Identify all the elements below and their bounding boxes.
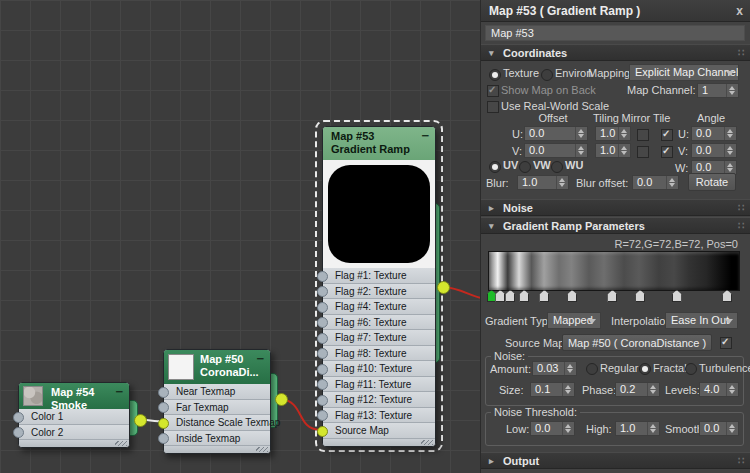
input-socket[interactable] [317,271,328,282]
texture-radio[interactable] [489,69,501,81]
map53-flag-row[interactable]: Flag #6: Texture [323,315,435,331]
minimize-icon[interactable]: − [115,384,123,399]
spinner-arrows-icon[interactable] [724,127,736,140]
gradient-flag[interactable] [519,290,529,302]
input-socket[interactable] [317,410,328,421]
rotate-button[interactable]: Rotate [688,173,736,191]
map50-slot-inside[interactable]: Inside Texmap [164,431,270,447]
spinner-arrows-icon[interactable] [647,422,659,435]
v-mirror-checkbox[interactable] [637,146,649,158]
rollout-noise[interactable]: ▸ Noise ∷ [481,199,750,216]
minimize-icon[interactable]: − [421,128,429,143]
map53-flag-row[interactable]: Flag #11: Texture [323,377,435,393]
input-socket-connected[interactable] [317,426,328,437]
spinner-arrows-icon[interactable] [724,144,736,157]
map-channel-field[interactable]: 1 [697,83,739,98]
environ-radio[interactable] [541,69,553,81]
input-socket[interactable] [317,302,328,313]
u-angle-field[interactable]: 0.0 [691,126,737,141]
blur-offset-field[interactable]: 0.0 [632,175,679,190]
map53-flag-row[interactable]: Flag #10: Texture [323,361,435,377]
spinner-arrows-icon[interactable] [726,422,738,435]
spinner-arrows-icon[interactable] [618,127,630,140]
interpolation-dropdown[interactable]: Ease In Out [665,312,738,329]
spinner-arrows-icon[interactable] [666,176,678,189]
u-mirror-checkbox[interactable] [637,129,649,141]
map53-source-map-row[interactable]: Source Map [323,423,435,439]
minimize-icon[interactable]: − [256,351,264,366]
input-socket[interactable] [317,348,328,359]
size-field[interactable]: 0.1 [530,382,575,397]
source-map-enable-checkbox[interactable] [720,337,732,349]
close-icon[interactable]: x [736,0,743,22]
input-socket[interactable] [317,333,328,344]
node-map54-smoke[interactable]: Map #54 Smoke − Color 1 Color 2 [18,382,130,448]
input-socket[interactable] [158,433,169,444]
v-tile-checkbox[interactable] [661,146,673,158]
mapping-dropdown[interactable]: Explicit Map Channel [629,64,739,81]
v-tiling-field[interactable]: 1.0 [595,143,631,158]
v-angle-field[interactable]: 0.0 [691,143,737,158]
input-socket[interactable] [317,364,328,375]
map53-flag-row[interactable]: Flag #2: Texture [323,284,435,300]
gradient-flag[interactable] [672,290,682,302]
phase-field[interactable]: 0.2 [615,382,660,397]
map50-slot-far[interactable]: Far Texmap [164,400,270,416]
gradient-ramp-bar[interactable] [488,251,740,291]
levels-field[interactable]: 4.0 [699,382,739,397]
wu-radio[interactable] [551,161,563,173]
input-socket[interactable] [317,395,328,406]
high-field[interactable]: 1.0 [615,421,660,436]
input-socket[interactable] [317,379,328,390]
spinner-arrows-icon[interactable] [726,84,738,97]
fractal-radio[interactable] [639,363,651,375]
input-socket[interactable] [317,286,328,297]
map50-slot-near[interactable]: Near Texmap [164,384,270,400]
map53-flag-row[interactable]: Flag #1: Texture [323,268,435,284]
map53-header[interactable]: Map #53 Gradient Ramp − [323,127,435,160]
resize-grip-icon[interactable] [115,441,127,446]
map50-slot-distance-scale[interactable]: Distance Scale Texmap [164,415,270,431]
rollout-coordinates[interactable]: ▾ Coordinates ∷ [481,44,750,61]
spinner-arrows-icon[interactable] [564,362,576,375]
gradient-flag-selected[interactable] [487,290,497,302]
node-map53-gradient-ramp[interactable]: Map #53 Gradient Ramp − Flag #1: Texture… [322,126,436,447]
map54-slot-color2[interactable]: Color 2 [19,425,129,441]
map-name-input[interactable]: Map #53 [485,25,745,41]
spinner-arrows-icon[interactable] [618,144,630,157]
input-socket[interactable] [13,412,24,423]
spinner-arrows-icon[interactable] [575,144,587,157]
show-map-on-back-checkbox[interactable] [487,85,499,97]
map53-preview[interactable] [323,160,435,268]
map54-slot-color1[interactable]: Color 1 [19,409,129,425]
map53-flag-row[interactable]: Flag #13: Texture [323,408,435,424]
gradient-flag[interactable] [607,290,617,302]
turbulence-radio[interactable] [685,363,697,375]
map54-header[interactable]: Map #54 Smoke − [19,383,129,409]
source-map-button[interactable]: Map #50 ( CoronaDistance ) [562,334,712,351]
v-offset-field[interactable]: 0.0 [524,143,588,158]
input-socket[interactable] [317,317,328,328]
amount-field[interactable]: 0.03 [532,361,577,376]
input-socket[interactable] [158,387,169,398]
gradient-flag[interactable] [539,290,549,302]
u-tiling-field[interactable]: 1.0 [595,126,631,141]
map50-output-socket[interactable] [275,393,288,406]
input-socket[interactable] [158,402,169,413]
gradient-flag[interactable] [635,290,645,302]
map50-header[interactable]: Map #50 CoronaDi... − [164,350,270,384]
low-field[interactable]: 0.0 [530,421,575,436]
resize-grip-icon[interactable] [421,440,433,445]
node-map50-coronadistance[interactable]: Map #50 CoronaDi... − Near Texmap Far Te… [163,349,271,454]
input-socket[interactable] [13,427,24,438]
spinner-arrows-icon[interactable] [556,176,568,189]
u-offset-field[interactable]: 0.0 [524,126,588,141]
input-socket-connected[interactable] [158,418,169,429]
gradient-flag[interactable] [505,290,515,302]
map53-flag-row[interactable]: Flag #12: Texture [323,392,435,408]
spinner-arrows-icon[interactable] [562,422,574,435]
map53-flag-row[interactable]: Flag #4: Texture [323,299,435,315]
vw-radio[interactable] [519,161,531,173]
rollout-output[interactable]: ▸ Output ∷ [481,452,750,469]
spinner-arrows-icon[interactable] [647,383,659,396]
